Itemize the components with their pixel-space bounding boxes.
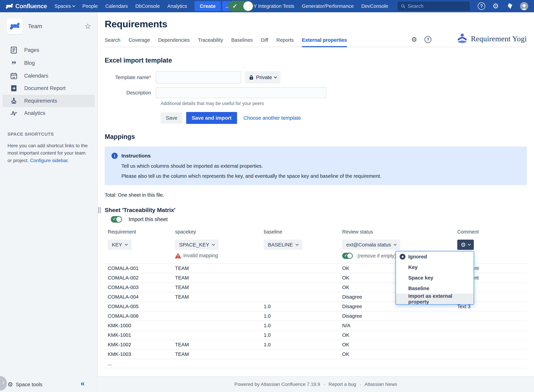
report-a-bug-link[interactable]: Report a bug: [328, 382, 356, 387]
menu-item-ignored[interactable]: Ignored: [396, 251, 474, 262]
table-row: KMK-1002TEAM1.0OK: [105, 340, 527, 349]
comment-mapping-gear-dropdown[interactable]: ⚙: [457, 240, 474, 250]
configure-sidebar-link[interactable]: Configure sidebar: [30, 158, 67, 163]
cell-requirement: ...: [108, 361, 175, 366]
sidebar-item-label: Pages: [24, 47, 39, 53]
privacy-dropdown-button[interactable]: Private: [245, 71, 281, 84]
nav-people[interactable]: People: [82, 3, 98, 9]
announcement-flag-icon[interactable]: [506, 3, 513, 9]
cell-spacekey: TEAM: [175, 294, 264, 300]
requirement-yogi-brand[interactable]: Requirement Yogi: [457, 33, 527, 44]
cell-baseline: 1.0: [264, 342, 342, 348]
space-tools-label: Space tools: [16, 382, 42, 387]
cell-spacekey: TEAM: [175, 285, 264, 290]
nav-ry-integration-tests[interactable]: RY Integration Tests: [250, 3, 295, 9]
drag-handle-icon[interactable]: [98, 207, 101, 213]
nav-calendars[interactable]: Calendars: [105, 3, 128, 9]
cell-requirement: COMALA-002: [108, 275, 175, 281]
cell-requirement: KMK-1001: [108, 332, 175, 338]
admin-gear-icon[interactable]: ⚙: [492, 3, 499, 10]
sidebar-item-document-report[interactable]: Document Report: [2, 82, 95, 94]
tab-traceability[interactable]: Traceability: [198, 37, 223, 47]
sidebar-item-label: Analytics: [24, 110, 45, 116]
sidebar-item-calendars[interactable]: Calendars: [2, 70, 95, 82]
space-name: Team: [28, 23, 80, 29]
cell-status: N/A: [342, 323, 457, 328]
nav-analytics[interactable]: Analytics: [167, 3, 187, 9]
main-content: Requirements Search Coverage Dependencie…: [98, 12, 534, 377]
confluence-logo[interactable]: Confluence: [6, 3, 47, 10]
remove-if-empty-toggle[interactable]: ✓: [342, 253, 353, 259]
nav-dbconsole[interactable]: DbConsole: [135, 3, 160, 9]
description-input[interactable]: [156, 87, 326, 98]
sidebar-item-pages[interactable]: Pages: [2, 44, 95, 56]
global-search[interactable]: [398, 2, 469, 11]
tab-reports[interactable]: Reports: [276, 37, 294, 47]
nav-spaces[interactable]: Spaces: [55, 3, 75, 9]
col-header-baseline: baseline: [264, 229, 342, 235]
description-label: Description: [105, 90, 156, 96]
space-shortcuts-text: Here you can add shortcut links to the m…: [8, 142, 90, 164]
requirement-yogi-logo-icon: [457, 33, 468, 44]
invalid-mapping-text: Invalid mapping: [183, 253, 218, 258]
atlassian-news-link[interactable]: Atlassian News: [365, 382, 397, 387]
comment-mapping-wrap: ⚙ Ignored Key Space key Baseline Import …: [457, 240, 474, 250]
extension-toggle[interactable]: ✓: [228, 1, 253, 12]
invalid-mapping-warning: Invalid mapping: [175, 253, 264, 258]
cell-requirement: KMK-1003: [108, 351, 175, 357]
import-sheet-label: Import this sheet: [129, 216, 168, 222]
baseline-mapping-dropdown[interactable]: BASELINE: [264, 240, 302, 250]
help-icon[interactable]: ?: [478, 2, 485, 10]
menu-item-import-as-external-property[interactable]: Import as external property: [396, 294, 474, 304]
tab-coverage[interactable]: Coverage: [129, 37, 150, 47]
save-button[interactable]: Save: [161, 112, 183, 124]
template-name-input[interactable]: [156, 71, 241, 84]
nav-devconsole[interactable]: DevConsole: [361, 3, 388, 9]
nav-generator-performance[interactable]: Generator/Performance: [302, 3, 354, 9]
sidebar-item-blog[interactable]: ” Blog: [2, 56, 95, 70]
tab-search[interactable]: Search: [105, 37, 120, 47]
table-row: KMK-1003TEAMOK: [105, 349, 527, 359]
sidebar-item-label: Requirements: [24, 98, 57, 104]
menu-item-baseline[interactable]: Baseline: [396, 283, 474, 294]
menu-item-key[interactable]: Key: [396, 262, 474, 272]
settings-gear-icon[interactable]: ⚙: [411, 36, 417, 43]
powered-by-text: Powered by Atlassian Confluence 7.19.9: [234, 382, 320, 387]
tab-dependencies[interactable]: Dependencies: [158, 37, 190, 47]
cell-baseline: 1.0: [264, 313, 342, 319]
chevron-down-icon: [72, 4, 75, 7]
sidebar-item-requirements[interactable]: Requirements: [2, 95, 95, 107]
favorite-star-icon[interactable]: ☆: [84, 22, 91, 30]
check-icon: ✓: [113, 216, 116, 221]
cell-requirement: COMALA-005: [108, 304, 175, 309]
menu-item-space-key[interactable]: Space key: [396, 272, 474, 283]
tab-diff[interactable]: Diff: [261, 37, 268, 47]
tab-external-properties[interactable]: External properties: [302, 37, 347, 47]
chevron-down-icon: [212, 243, 215, 246]
create-button[interactable]: Create: [195, 1, 221, 11]
help-icon[interactable]: ?: [425, 36, 431, 43]
import-sheet-toggle[interactable]: ✓: [111, 216, 122, 223]
spacekey-mapping-dropdown[interactable]: SPACE_KEY: [175, 240, 219, 250]
search-icon: [401, 4, 405, 9]
user-avatar[interactable]: [520, 2, 528, 10]
instructions-paragraph-2: Please also tell us the column which rep…: [121, 173, 520, 179]
check-icon: ✓: [232, 3, 238, 10]
space-logo[interactable]: [7, 18, 23, 34]
collapse-sidebar-button[interactable]: «: [81, 379, 84, 387]
page-footer: Powered by Atlassian Confluence 7.19.9 ·…: [98, 377, 534, 392]
sidebar-item-analytics[interactable]: Analytics: [2, 107, 95, 119]
space-tools-button[interactable]: ⚙ Space tools: [8, 381, 42, 387]
save-and-import-button[interactable]: Save and import: [186, 112, 237, 124]
tab-baselines[interactable]: Baselines: [231, 37, 253, 47]
confluence-wordmark: Confluence: [15, 3, 47, 9]
gear-icon: ⚙: [461, 242, 466, 248]
cell-status: OK: [342, 342, 457, 348]
choose-another-template-link[interactable]: Choose another template: [244, 115, 301, 121]
search-input[interactable]: [408, 3, 467, 9]
requirement-mapping-dropdown[interactable]: KEY: [108, 240, 131, 250]
sidebar-edge-handle[interactable]: [0, 376, 7, 391]
cell-requirement: KMK-1002: [108, 342, 175, 348]
status-mapping-dropdown[interactable]: ext@Comala status: [342, 240, 400, 250]
requirement-yogi-wordmark: Requirement Yogi: [471, 34, 527, 43]
